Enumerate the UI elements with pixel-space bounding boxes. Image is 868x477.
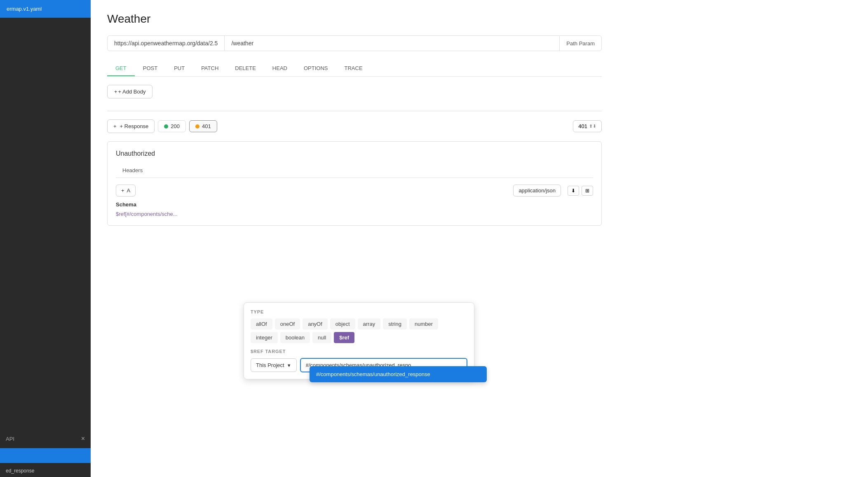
method-tab-post[interactable]: POST — [135, 61, 166, 76]
type-null[interactable]: null — [312, 332, 331, 343]
schema-section: Schema $ref[#/components/sche... — [116, 201, 593, 217]
type-anyof[interactable]: anyOf — [303, 318, 328, 330]
type-ref[interactable]: $ref — [334, 332, 354, 343]
chevron-down-icon: ▼ — [287, 363, 291, 368]
type-label: TYPE — [251, 309, 467, 314]
method-tab-get[interactable]: GET — [107, 61, 135, 76]
add-media-label: A — [127, 187, 131, 194]
type-integer[interactable]: integer — [251, 332, 278, 343]
path-params-button[interactable]: Path Param — [559, 36, 601, 51]
sidebar-api-label: API — [6, 436, 14, 442]
media-type-label: application/json — [513, 185, 561, 196]
status-badge-401[interactable]: 401 — [189, 120, 217, 132]
add-media-row: + A application/json ⬇ ⊞ — [116, 185, 593, 196]
dot-orange-icon — [195, 124, 199, 129]
sidebar-api-close-icon[interactable]: × — [81, 435, 85, 442]
response-code-selector[interactable]: 401 ⬆⬇ — [573, 120, 602, 132]
inner-tab-headers[interactable]: Headers — [116, 164, 149, 178]
response-content: Unauthorized Headers + A application/jso… — [107, 141, 602, 226]
schema-ref-text[interactable]: $ref[#/components/sche... — [116, 211, 593, 217]
add-response-label: + Response — [120, 123, 149, 129]
add-body-button[interactable]: + + Add Body — [107, 85, 152, 98]
ref-target-label: $REF TARGET — [251, 349, 467, 354]
type-oneof[interactable]: oneOf — [275, 318, 300, 330]
type-boolean[interactable]: boolean — [280, 332, 310, 343]
method-tab-patch[interactable]: PATCH — [193, 61, 227, 76]
type-number[interactable]: number — [409, 318, 438, 330]
selector-value: 401 — [578, 123, 587, 129]
method-tab-put[interactable]: PUT — [166, 61, 193, 76]
status-200-label: 200 — [171, 123, 180, 129]
schema-label: Schema — [116, 201, 593, 208]
add-response-button[interactable]: + + Response — [107, 119, 155, 133]
autocomplete-dropdown: #/components/schemas/unauthorized_respon… — [310, 366, 487, 382]
sidebar-file-title[interactable]: ermap.v1.yaml — [0, 0, 91, 18]
autocomplete-item-unauthorized[interactable]: #/components/schemas/unauthorized_respon… — [310, 366, 487, 382]
type-allof[interactable]: allOf — [251, 318, 272, 330]
schema-actions: ⬇ ⊞ — [568, 186, 593, 196]
project-select[interactable]: This Project ▼ — [251, 358, 297, 372]
type-options: allOf oneOf anyOf object array string nu… — [251, 318, 467, 343]
plus-icon: + — [114, 89, 117, 95]
url-bar: https://api.openweathermap.org/data/2.5 … — [107, 35, 602, 51]
response-row: + + Response 200 401 401 ⬆⬇ — [107, 119, 602, 133]
selector-arrows-icon: ⬆⬇ — [589, 124, 596, 129]
response-title: Unauthorized — [116, 150, 593, 157]
type-array[interactable]: array — [358, 318, 381, 330]
status-401-label: 401 — [202, 123, 211, 129]
method-tab-delete[interactable]: DELETE — [227, 61, 264, 76]
url-path[interactable]: /weather — [225, 36, 559, 51]
status-badge-200[interactable]: 200 — [158, 120, 186, 132]
sidebar: ermap.v1.yaml API × ed_response — [0, 0, 91, 477]
main-content: Weather https://api.openweathermap.org/d… — [91, 0, 868, 477]
method-tab-trace[interactable]: TRACE — [336, 61, 371, 76]
type-string[interactable]: string — [383, 318, 407, 330]
divider — [107, 111, 602, 111]
method-tab-head[interactable]: HEAD — [264, 61, 296, 76]
add-media-button[interactable]: + A — [116, 185, 136, 196]
url-base[interactable]: https://api.openweathermap.org/data/2.5 — [108, 36, 225, 51]
method-tabs: GET POST PUT PATCH DELETE HEAD OPTIONS T… — [107, 61, 602, 77]
plus-icon-response: + — [113, 123, 117, 129]
project-select-label: This Project — [256, 362, 284, 368]
inner-tabs: Headers — [116, 164, 593, 178]
dot-green-icon — [164, 124, 168, 129]
schema-expand-icon[interactable]: ⊞ — [582, 186, 593, 196]
schema-download-icon[interactable]: ⬇ — [568, 186, 579, 196]
method-tab-options[interactable]: OPTIONS — [296, 61, 336, 76]
sidebar-api-section: API × — [0, 431, 91, 447]
page-title: Weather — [107, 12, 852, 26]
add-body-label: + Add Body — [118, 89, 146, 95]
sidebar-schema-item[interactable]: ed_response — [0, 465, 91, 477]
type-object[interactable]: object — [330, 318, 355, 330]
sidebar-active-indicator — [0, 448, 91, 463]
plus-icon-media: + — [121, 187, 124, 194]
